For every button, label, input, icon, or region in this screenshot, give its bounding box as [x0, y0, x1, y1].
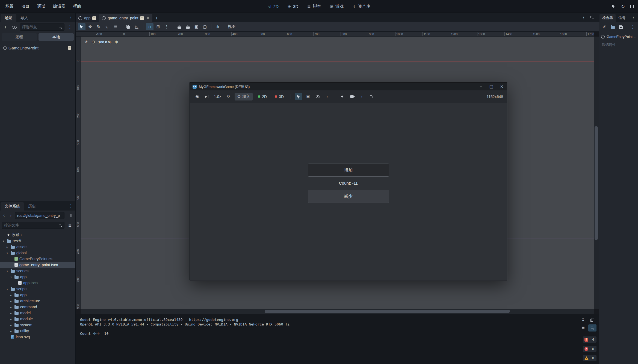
close-icon[interactable]: × [146, 16, 150, 20]
file-tree-item[interactable]: ▾global [0, 250, 75, 256]
game-camera-override-button[interactable] [349, 93, 356, 100]
zoom-level[interactable]: 100.0 % [98, 40, 111, 44]
game-ui-select-button[interactable]: ⊟ [305, 93, 312, 100]
game-focus-button[interactable] [612, 4, 616, 8]
viewport-options-icon[interactable]: ✳ [84, 40, 88, 44]
pan-button[interactable] [125, 23, 132, 30]
file-tree-item[interactable]: ▸architecture [0, 298, 75, 304]
fs-sort-button[interactable]: ≣ [66, 222, 74, 229]
ungroup-button[interactable]: ▢ [201, 23, 209, 30]
scroll-bottom-button[interactable]: ↧ [579, 316, 587, 323]
mode-3d-button[interactable]: 3D [272, 93, 286, 100]
inspector-filter[interactable]: 筛选属性 [599, 41, 638, 48]
tree-expand-arrow[interactable]: ▾ [5, 288, 9, 291]
horizontal-scrollbar[interactable] [81, 309, 594, 314]
file-tree-item[interactable]: GameEntryPoint.cs [0, 256, 75, 262]
tree-expand-arrow[interactable]: ▸ [9, 318, 13, 321]
file-tree-item[interactable]: ▾scenes [0, 268, 75, 274]
file-tree-item[interactable]: game_entry_point.tscn [0, 262, 75, 268]
select-tool-button[interactable] [78, 23, 85, 30]
add-node-button[interactable]: + [2, 23, 9, 31]
menubar-menu[interactable]: 调试 [33, 2, 49, 11]
zoom-out-icon[interactable]: ⊖ [91, 40, 95, 44]
pause-button[interactable] [630, 5, 634, 8]
skeleton-button[interactable]: ⋔ [214, 23, 221, 30]
file-tree-item[interactable]: app.tscn [0, 280, 75, 286]
inspector-menu-button[interactable]: ⋮ [629, 23, 637, 31]
scene-tab[interactable]: app [76, 14, 99, 22]
tree-expand-arrow[interactable]: ▾ [9, 276, 13, 279]
file-tree-item[interactable]: ▸module [0, 316, 75, 322]
expand-button[interactable] [589, 14, 596, 21]
vertical-scrollbar-thumb[interactable] [595, 126, 598, 240]
input-mode-button[interactable]: ⊙输入 [235, 93, 253, 100]
game-fullscreen-button[interactable] [368, 93, 375, 100]
scene-filter-input[interactable]: 筛选节点 [20, 23, 64, 31]
scene-dock-tab[interactable]: 场景 [1, 14, 16, 22]
new-scene-tab-button[interactable]: + [153, 14, 160, 22]
dots-menu-button[interactable]: ⋮ [580, 14, 587, 21]
playback-speed[interactable]: 1.0× [213, 94, 223, 99]
menubar-menu[interactable]: 场景 [2, 2, 17, 11]
workspace-button[interactable]: ↧资产库 [349, 2, 373, 10]
save-resource-button[interactable] [617, 23, 625, 31]
reset-speed-button[interactable]: ↺ [225, 93, 232, 100]
search-output-button[interactable] [588, 324, 596, 332]
fs-back-button[interactable]: ‹ [2, 212, 7, 219]
scene-dock-options-button[interactable]: ⋮ [66, 15, 75, 20]
minimize-button[interactable]: – [476, 83, 486, 90]
file-tree-item[interactable]: ▾app [0, 274, 75, 280]
tree-expand-arrow[interactable]: ▾ [2, 239, 5, 242]
game-window-titlebar[interactable]: MyGFrameworkGame (DEBUG) – □ × [190, 83, 507, 90]
grid-snap-button[interactable]: ⊞ [154, 23, 162, 30]
workspace-button[interactable]: ◉游戏 [327, 2, 347, 10]
file-tree-item[interactable]: ▸model [0, 310, 75, 316]
lock-button[interactable] [176, 23, 183, 30]
file-tree-item[interactable]: ▸command [0, 304, 75, 310]
scene-tree-root-node[interactable]: GameEntryPoint [0, 44, 75, 52]
copy-button[interactable] [588, 316, 596, 323]
fs-split-view-button[interactable] [66, 212, 74, 219]
local-button[interactable]: 本地 [39, 33, 74, 41]
scale-tool-button[interactable] [103, 23, 111, 30]
menubar-menu[interactable]: 编辑器 [49, 2, 69, 11]
file-tree-item[interactable]: ★收藏： [0, 232, 75, 238]
close-button[interactable]: × [497, 83, 507, 90]
group-button[interactable]: ▣ [193, 23, 200, 30]
mode-2d-button[interactable]: 2D [255, 93, 270, 100]
remote-button[interactable]: 远程 [2, 33, 37, 41]
inspector-tab[interactable]: 信号 [616, 14, 628, 22]
file-tree-item[interactable]: ▸utility [0, 328, 75, 334]
filesystem-dock-tab[interactable]: 文件系统 [1, 202, 24, 211]
tree-expand-arrow[interactable]: ▸ [9, 312, 13, 315]
file-tree-item[interactable]: icon.svg [0, 334, 75, 340]
game-camera-options-button[interactable]: ⋮ [358, 93, 365, 100]
debugger-badge[interactable]: 4 [583, 336, 596, 343]
tree-expand-arrow[interactable]: ▾ [5, 270, 9, 273]
file-tree-item[interactable]: ▸app [0, 292, 75, 298]
tree-expand-arrow[interactable]: ▸ [9, 300, 13, 303]
game-visibility-button[interactable] [314, 93, 321, 100]
inspector-options-button[interactable]: ⋮ [629, 15, 638, 20]
increase-button[interactable]: 增加 [308, 164, 389, 177]
move-tool-button[interactable]: ✥ [86, 23, 94, 30]
next-frame-button[interactable] [203, 93, 210, 100]
ruler-button[interactable]: ◺ [133, 23, 141, 30]
workspace-button[interactable]: ◱2D [265, 3, 282, 10]
game-audio-button[interactable] [339, 93, 346, 100]
game-select-options-button[interactable]: ⋮ [324, 93, 331, 100]
fs-filter-input[interactable]: 筛选文件 [2, 222, 64, 229]
tree-expand-arrow[interactable]: ▾ [5, 251, 9, 254]
scene-dock-tab[interactable]: 导入 [16, 14, 32, 22]
zoom-in-icon[interactable]: ⊕ [115, 40, 118, 44]
history-button[interactable]: ↺ [600, 23, 608, 31]
view-menu-button[interactable]: 视图 [225, 23, 238, 30]
debugger-badge[interactable]: 0 [583, 355, 596, 361]
inspector-node-row[interactable]: GameEntryPoint... [599, 32, 638, 41]
menubar-menu[interactable]: 帮助 [69, 2, 85, 11]
vertical-scrollbar[interactable] [594, 37, 599, 309]
fs-forward-button[interactable]: › [8, 212, 13, 219]
file-tree-item[interactable]: ▾scripts [0, 286, 75, 292]
debugger-badge[interactable]: 0 [583, 346, 596, 352]
list-select-button[interactable]: ≣ [112, 23, 119, 30]
